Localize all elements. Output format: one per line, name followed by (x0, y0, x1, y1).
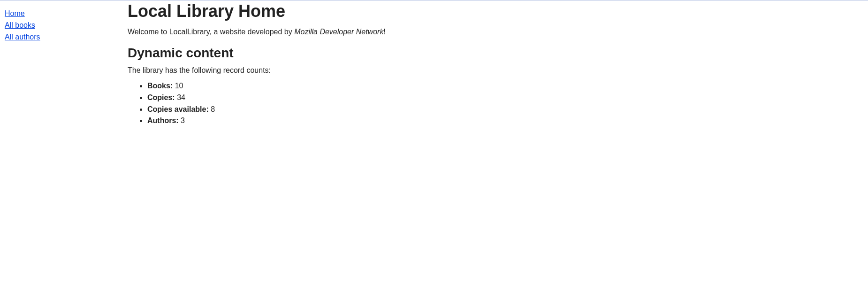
record-item-copies: Copies: 34 (147, 93, 863, 103)
record-label: Books: (147, 82, 173, 90)
welcome-prefix: Welcome to LocalLibrary, a website devel… (128, 28, 294, 36)
record-value: 34 (177, 93, 185, 101)
page-title: Local Library Home (128, 1, 863, 21)
nav-link-all-books[interactable]: All books (5, 21, 128, 31)
welcome-em: Mozilla Developer Network (294, 28, 383, 36)
sidebar-nav: Home All books All authors (5, 0, 128, 128)
record-value: 10 (175, 82, 183, 90)
welcome-text: Welcome to LocalLibrary, a website devel… (128, 28, 863, 36)
nav-link-home[interactable]: Home (5, 9, 128, 19)
welcome-suffix: ! (383, 28, 385, 36)
nav-link-all-authors[interactable]: All authors (5, 32, 128, 42)
section-title: Dynamic content (128, 46, 863, 61)
record-value: 3 (181, 116, 185, 124)
record-label: Authors: (147, 116, 179, 124)
records-intro: The library has the following record cou… (128, 66, 863, 75)
record-item-copies-available: Copies available: 8 (147, 105, 863, 115)
main-content: Local Library Home Welcome to LocalLibra… (128, 0, 863, 128)
record-item-books: Books: 10 (147, 81, 863, 91)
record-label: Copies available: (147, 105, 209, 113)
record-value: 8 (211, 105, 215, 113)
records-list: Books: 10 Copies: 34 Copies available: 8… (128, 81, 863, 126)
record-item-authors: Authors: 3 (147, 116, 863, 126)
record-label: Copies: (147, 93, 175, 101)
